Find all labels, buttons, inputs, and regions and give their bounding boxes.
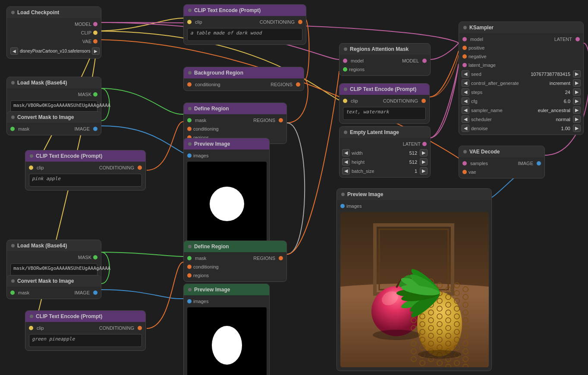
port-images-in[interactable] [187, 299, 192, 303]
node-clip-text-3: CLIP Text Encode (Prompt) clip CONDITION… [25, 150, 146, 191]
port-clip-in[interactable] [29, 166, 33, 170]
param-height-value: 512 [409, 159, 417, 165]
port-image-out[interactable] [93, 127, 97, 131]
port-clip-in[interactable] [343, 99, 347, 103]
node-title: Load Checkpoint [17, 9, 59, 16]
port-cond-in[interactable] [187, 127, 192, 131]
param-scheduler-label: scheduler [471, 117, 554, 122]
clip-text-4-value[interactable]: green pineapple [29, 334, 142, 347]
port-clip-out[interactable] [93, 31, 97, 35]
scheduler-prev-btn[interactable]: ◀ [462, 116, 469, 123]
port-cond-in[interactable] [187, 82, 192, 87]
white-oval-1 [212, 326, 242, 365]
node-status-dot [188, 245, 192, 248]
seed-next-btn[interactable]: ▶ [573, 70, 581, 78]
batch-prev-btn[interactable]: ◀ [342, 167, 350, 175]
port-model-in[interactable] [343, 59, 347, 63]
port-samples-in[interactable] [462, 161, 467, 166]
node-status-dot [11, 279, 15, 283]
ckpt-prev-btn[interactable]: ◀ [10, 47, 18, 55]
param-denoise-value: 1.00 [561, 126, 570, 131]
cfg-prev-btn[interactable]: ◀ [462, 97, 469, 105]
port-model-out[interactable] [422, 59, 427, 63]
port-images-in[interactable] [340, 204, 345, 208]
port-image-out[interactable] [537, 161, 541, 166]
port-regions-in[interactable] [187, 273, 192, 278]
port-regions-row: regions [184, 271, 286, 280]
port-cond-out[interactable] [421, 99, 426, 103]
port-mask-out[interactable] [93, 92, 97, 97]
port-latent-label: LATENT [403, 141, 421, 147]
mask-value-2[interactable]: mask/VBORw0KGgoAAAANSUhEUgAAAgAAAA [10, 263, 97, 276]
port-cond-out[interactable] [298, 20, 302, 24]
ckpt-next-btn[interactable]: ▶ [92, 47, 100, 55]
seed-prev-btn[interactable]: ◀ [462, 70, 469, 78]
port-vae-in[interactable] [462, 170, 467, 174]
node-status-dot [188, 288, 192, 291]
port-mask-in[interactable] [10, 127, 15, 131]
port-regions-out[interactable] [279, 118, 283, 122]
port-negative-label: negative [469, 54, 487, 59]
node-title: Define Region [194, 106, 229, 112]
scheduler-next-btn[interactable]: ▶ [573, 116, 581, 123]
clip-text-2-value[interactable]: text, watermark [343, 107, 426, 120]
node-preview-image-2: Preview Image images [183, 284, 270, 375]
port-clip-cond-row: clip CONDITIONING [25, 324, 145, 332]
height-next-btn[interactable]: ▶ [420, 158, 428, 166]
port-cond-out[interactable] [138, 326, 142, 330]
port-clip-in[interactable] [187, 20, 192, 24]
port-regions-in[interactable] [343, 67, 347, 72]
port-mask-out[interactable] [93, 255, 97, 259]
port-model-in[interactable] [462, 37, 467, 41]
node-preview-image-1: Preview Image images [183, 138, 270, 250]
white-circle-1 [210, 187, 244, 221]
port-model-label: model [351, 58, 364, 63]
port-regions-out[interactable] [296, 82, 300, 87]
port-clip-label: clip [195, 19, 202, 25]
port-mask-in[interactable] [10, 291, 15, 295]
control-next-btn[interactable]: ▶ [573, 79, 581, 87]
port-positive-in[interactable] [462, 46, 467, 50]
node-title: KSampler [469, 25, 494, 31]
port-image-out[interactable] [93, 291, 97, 295]
port-model-row: MODEL [7, 20, 101, 28]
steps-prev-btn[interactable]: ◀ [462, 88, 469, 96]
param-control-label: control_after_generate [471, 81, 548, 86]
param-sampler-label: sampler_name [471, 108, 536, 113]
port-clip-in[interactable] [29, 326, 33, 330]
width-next-btn[interactable]: ▶ [420, 149, 428, 156]
node-title: Preview Image [347, 191, 383, 197]
port-vae-out[interactable] [93, 39, 97, 44]
node-title: Background Region [194, 70, 243, 76]
clip-text-3-value[interactable]: pink apple [29, 174, 142, 187]
sampler-prev-btn[interactable]: ◀ [462, 106, 469, 114]
port-cond-in[interactable] [187, 265, 192, 269]
width-prev-btn[interactable]: ◀ [342, 149, 350, 156]
clip-text-1-value[interactable]: a table made of dark wood [187, 28, 302, 41]
preview-black-2 [187, 307, 267, 375]
node-status-dot [344, 88, 347, 91]
node-header-convert-mask-2: Convert Mask to Image [7, 275, 101, 287]
port-mask-image-row: mask IMAGE [7, 288, 101, 297]
batch-next-btn[interactable]: ▶ [420, 167, 428, 175]
port-images-in[interactable] [187, 153, 192, 158]
port-latent-out[interactable] [575, 37, 580, 41]
control-prev-btn[interactable]: ◀ [462, 79, 469, 87]
port-model-out[interactable] [93, 22, 97, 26]
port-regions-out[interactable] [279, 256, 283, 260]
port-latent-out[interactable] [422, 142, 427, 146]
denoise-prev-btn[interactable]: ◀ [462, 125, 469, 132]
denoise-next-btn[interactable]: ▶ [573, 125, 581, 132]
node-body: samples IMAGE vae [459, 157, 544, 178]
steps-next-btn[interactable]: ▶ [573, 88, 581, 96]
port-latent-image-in[interactable] [462, 63, 467, 67]
sampler-next-btn[interactable]: ▶ [573, 106, 581, 114]
node-define-region-2: Define Region mask REGIONS conditioning … [183, 241, 287, 282]
cfg-next-btn[interactable]: ▶ [573, 97, 581, 105]
port-mask-in[interactable] [187, 118, 192, 122]
port-cond-out[interactable] [138, 166, 142, 170]
port-mask-in[interactable] [187, 256, 192, 260]
port-negative-in[interactable] [462, 54, 467, 59]
port-samples-label: samples [470, 161, 488, 166]
height-prev-btn[interactable]: ◀ [342, 158, 350, 166]
